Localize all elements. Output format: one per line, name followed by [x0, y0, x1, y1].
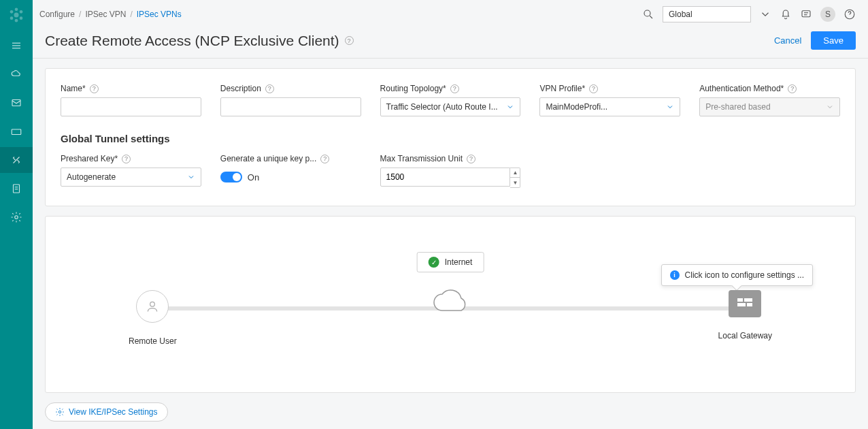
svg-rect-15: [14, 185, 20, 193]
chat-icon[interactable]: [800, 8, 812, 20]
chevron-down-icon: [666, 103, 674, 111]
auth-method-select[interactable]: Pre-shared based: [699, 97, 840, 116]
preshared-key-select[interactable]: Autogenerate: [61, 168, 201, 187]
scope-selector[interactable]: Global: [663, 6, 751, 22]
svg-rect-11: [12, 129, 21, 135]
help-icon[interactable]: ?: [90, 84, 99, 93]
svg-point-18: [15, 216, 18, 219]
firewall-icon: [736, 297, 754, 311]
configure-tooltip: i Click icon to configure settings ...: [661, 264, 813, 286]
svg-point-0: [14, 13, 19, 18]
remote-user-label: Remote User: [129, 336, 177, 346]
svg-point-1: [15, 8, 18, 12]
check-icon: ✓: [429, 257, 439, 268]
description-input[interactable]: [220, 97, 361, 116]
local-gateway-label: Local Gateway: [718, 331, 772, 340]
help-icon[interactable]: ?: [265, 84, 274, 93]
toggle-state: On: [248, 172, 259, 182]
save-button[interactable]: Save: [811, 31, 856, 50]
chevron-down-icon[interactable]: [759, 8, 771, 20]
svg-point-19: [644, 10, 650, 16]
page-header: Create Remote Access (NCP Exclusive Clie…: [33, 29, 868, 59]
topology-card: ✓ Internet i Click icon to configure set…: [45, 216, 856, 393]
svg-point-25: [150, 302, 155, 306]
cancel-button[interactable]: Cancel: [774, 35, 801, 46]
help-icon[interactable]: ?: [320, 155, 329, 163]
topbar: Configure/ IPSec VPN/ IPSec VPNs Global …: [33, 0, 868, 29]
chevron-down-icon: [826, 103, 834, 111]
vpn-label: VPN Profile*?: [539, 84, 680, 93]
stepper-up[interactable]: ▲: [510, 168, 520, 178]
nav-keyboard[interactable]: [0, 118, 33, 144]
help-icon[interactable]: ?: [589, 84, 598, 93]
vpn-profile-select[interactable]: MainModeProfi...: [539, 97, 680, 116]
avatar[interactable]: S: [820, 7, 835, 22]
section-title: Global Tunnel settings: [61, 133, 840, 144]
help-icon[interactable]: ?: [450, 84, 459, 93]
stepper-down[interactable]: ▼: [510, 178, 520, 187]
gen-label: Generate a unique key p...?: [220, 154, 361, 163]
svg-rect-10: [12, 100, 20, 106]
left-nav: [0, 0, 33, 429]
gear-icon: [55, 407, 65, 417]
name-input[interactable]: [61, 97, 201, 116]
svg-rect-27: [744, 298, 752, 302]
mtu-stepper[interactable]: ▲▼: [380, 168, 521, 188]
svg-point-3: [20, 16, 23, 20]
nav-mail[interactable]: [0, 90, 33, 116]
internet-badge: ✓ Internet: [417, 252, 484, 272]
chevron-down-icon: [506, 103, 514, 111]
nav-tools[interactable]: [0, 147, 33, 173]
svg-rect-28: [737, 303, 746, 306]
page-title: Create Remote Access (NCP Exclusive Clie…: [45, 33, 354, 49]
svg-point-6: [10, 10, 14, 14]
search-icon[interactable]: [642, 8, 654, 20]
breadcrumb: Configure/ IPSec VPN/ IPSec VPNs: [39, 10, 182, 19]
info-icon: i: [670, 270, 680, 280]
routing-label: Routing Topology*?: [380, 84, 521, 93]
desc-label: Description?: [220, 84, 361, 93]
routing-select[interactable]: Traffic Selector (Auto Route I...: [380, 97, 521, 116]
help-icon[interactable]: [844, 8, 856, 20]
crumb-ipsec-vpn[interactable]: IPSec VPN: [85, 10, 126, 19]
svg-point-30: [59, 411, 61, 413]
nav-cloud[interactable]: [0, 61, 33, 87]
mtu-input[interactable]: [380, 168, 511, 187]
crumb-current: IPSec VPNs: [137, 10, 182, 19]
title-help-icon[interactable]: ?: [345, 36, 354, 45]
help-icon[interactable]: ?: [467, 155, 475, 163]
remote-user-node[interactable]: [136, 290, 169, 323]
psk-label: Preshared Key*?: [61, 154, 201, 163]
svg-point-5: [10, 16, 14, 20]
nav-settings[interactable]: [0, 204, 33, 230]
crumb-configure[interactable]: Configure: [39, 10, 75, 19]
local-gateway-node[interactable]: [729, 290, 761, 317]
svg-line-20: [650, 16, 652, 18]
unique-key-toggle[interactable]: [220, 172, 242, 182]
auth-label: Authentication Method*?: [699, 84, 840, 93]
bell-icon[interactable]: [780, 8, 792, 20]
svg-point-4: [15, 19, 18, 22]
nav-doc[interactable]: [0, 176, 33, 202]
help-icon[interactable]: ?: [122, 155, 131, 163]
view-ike-ipsec-button[interactable]: View IKE/IPSec Settings: [45, 402, 168, 422]
svg-rect-29: [747, 303, 752, 306]
chevron-down-icon: [187, 173, 195, 181]
cloud-icon: [430, 286, 471, 315]
settings-card: Name*? Description? Routing Topology*? T…: [45, 68, 856, 206]
user-icon: [146, 300, 159, 313]
nav-menu[interactable]: [0, 33, 33, 59]
svg-rect-21: [802, 11, 810, 17]
name-label: Name*?: [61, 84, 201, 93]
svg-rect-26: [737, 298, 743, 302]
app-logo-icon: [7, 5, 26, 25]
help-icon[interactable]: ?: [788, 84, 797, 93]
mtu-label: Max Transmission Unit?: [380, 154, 521, 163]
svg-point-2: [20, 10, 23, 14]
